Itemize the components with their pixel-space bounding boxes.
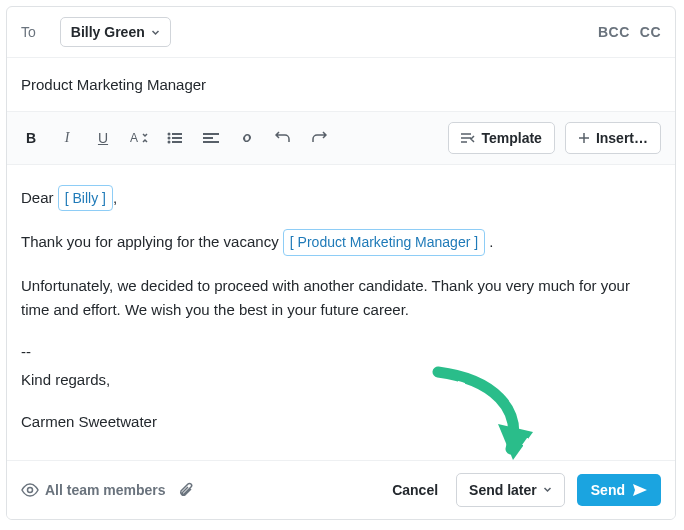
- send-later-button[interactable]: Send later: [456, 473, 565, 507]
- signoff-2: Carmen Sweetwater: [21, 410, 661, 434]
- svg-rect-2: [172, 133, 182, 135]
- send-label: Send: [591, 482, 625, 498]
- merge-token-name[interactable]: [ Billy ]: [58, 185, 113, 211]
- send-button[interactable]: Send: [577, 474, 661, 506]
- svg-text:A: A: [130, 131, 138, 145]
- merge-token-vacancy[interactable]: [ Product Marketing Manager ]: [283, 229, 485, 255]
- svg-rect-4: [172, 137, 182, 139]
- cc-button[interactable]: CC: [640, 24, 661, 40]
- align-button[interactable]: [201, 128, 221, 148]
- insert-label: Insert…: [596, 130, 648, 146]
- chevron-down-icon: [543, 485, 552, 494]
- body-line-2: Unfortunately, we decided to proceed wit…: [21, 274, 661, 322]
- greeting-prefix: Dear: [21, 189, 58, 206]
- subject-row[interactable]: Product Marketing Manager: [7, 58, 675, 111]
- chevron-down-icon: [151, 28, 160, 37]
- line1-prefix: Thank you for applying for the vacancy: [21, 233, 283, 250]
- svg-rect-8: [203, 137, 213, 139]
- insert-button[interactable]: Insert…: [565, 122, 661, 154]
- to-label: To: [21, 24, 36, 40]
- template-label: Template: [481, 130, 541, 146]
- text-size-button[interactable]: A: [129, 128, 149, 148]
- bcc-button[interactable]: BCC: [598, 24, 630, 40]
- svg-rect-9: [203, 141, 219, 143]
- toolbar-right: Template Insert…: [448, 122, 661, 154]
- email-composer: To Billy Green BCC CC Product Marketing …: [6, 6, 676, 520]
- link-button[interactable]: [237, 128, 257, 148]
- svg-rect-7: [203, 133, 219, 135]
- svg-point-3: [168, 137, 171, 140]
- footer-actions: Cancel Send later Send: [386, 473, 661, 507]
- cancel-button[interactable]: Cancel: [386, 481, 444, 499]
- send-icon: [633, 484, 647, 496]
- eye-icon: [21, 483, 39, 497]
- body-line-1: Thank you for applying for the vacancy […: [21, 229, 661, 255]
- subject-text: Product Marketing Manager: [21, 76, 206, 93]
- bold-button[interactable]: B: [21, 128, 41, 148]
- greeting-suffix: ,: [113, 189, 117, 206]
- formatting-toolbar: B I U A Template: [7, 111, 675, 165]
- svg-point-5: [168, 141, 171, 144]
- recipient-name: Billy Green: [71, 24, 145, 40]
- send-later-label: Send later: [469, 482, 537, 498]
- svg-point-1: [168, 133, 171, 136]
- undo-button[interactable]: [273, 128, 293, 148]
- signoff-1: Kind regards,: [21, 368, 661, 392]
- body-sep: --: [21, 340, 661, 364]
- paperclip-icon: [178, 481, 194, 499]
- greeting-line: Dear [ Billy ],: [21, 185, 661, 211]
- line1-suffix: .: [485, 233, 493, 250]
- plus-icon: [578, 132, 590, 144]
- text-style-group: B I U A: [21, 128, 329, 148]
- email-body[interactable]: Dear [ Billy ], Thank you for applying f…: [7, 165, 675, 460]
- recipient-chip[interactable]: Billy Green: [60, 17, 171, 47]
- svg-rect-6: [172, 141, 182, 143]
- bcc-cc-group: BCC CC: [598, 24, 661, 40]
- svg-point-10: [28, 487, 33, 492]
- attachment-button[interactable]: [178, 481, 194, 499]
- redo-button[interactable]: [309, 128, 329, 148]
- visibility-selector[interactable]: All team members: [21, 482, 166, 498]
- template-button[interactable]: Template: [448, 122, 554, 154]
- visibility-label: All team members: [45, 482, 166, 498]
- italic-button[interactable]: I: [57, 128, 77, 148]
- underline-button[interactable]: U: [93, 128, 113, 148]
- to-row: To Billy Green BCC CC: [7, 7, 675, 58]
- template-icon: [461, 132, 475, 144]
- bulleted-list-button[interactable]: [165, 128, 185, 148]
- composer-footer: All team members Cancel Send later Send: [7, 460, 675, 519]
